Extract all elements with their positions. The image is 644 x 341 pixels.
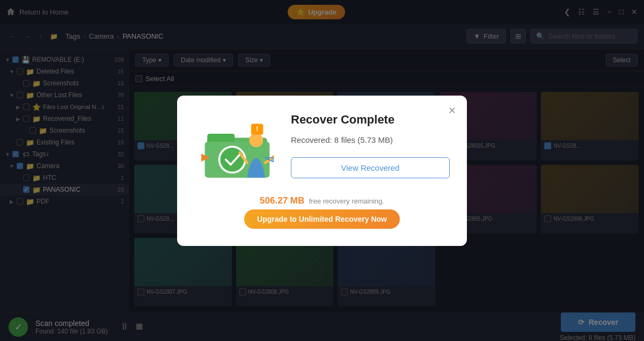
svg-point-5 — [249, 133, 263, 147]
storage-amount: 506.27 MB — [260, 195, 304, 206]
modal-footer: 506.27 MB free recovery remaining. Upgra… — [194, 195, 450, 229]
modal-illustration: ! — [194, 113, 280, 185]
view-recovered-button[interactable]: View Recovered — [291, 157, 450, 178]
storage-sub: free recovery remaining. — [309, 197, 384, 205]
modal-body: ! Recover Complete Recovered: 8 files (5… — [194, 113, 450, 185]
storage-info: 506.27 MB free recovery remaining. — [260, 195, 384, 206]
modal-overlay[interactable]: ✕ — [0, 0, 644, 341]
folder-illustration-svg: ! — [194, 113, 280, 183]
svg-text:!: ! — [256, 125, 258, 133]
svg-point-4 — [220, 148, 244, 172]
modal-title: Recover Complete — [291, 113, 450, 127]
modal-content: Recover Complete Recovered: 8 files (5.7… — [291, 113, 450, 178]
modal-close-button[interactable]: ✕ — [444, 103, 459, 118]
modal: ✕ — [177, 96, 467, 246]
modal-info: Recovered: 8 files (5.73 MB) — [291, 135, 450, 144]
upgrade-modal-button[interactable]: Upgrade to Unlimited Recovery Now — [244, 209, 400, 229]
